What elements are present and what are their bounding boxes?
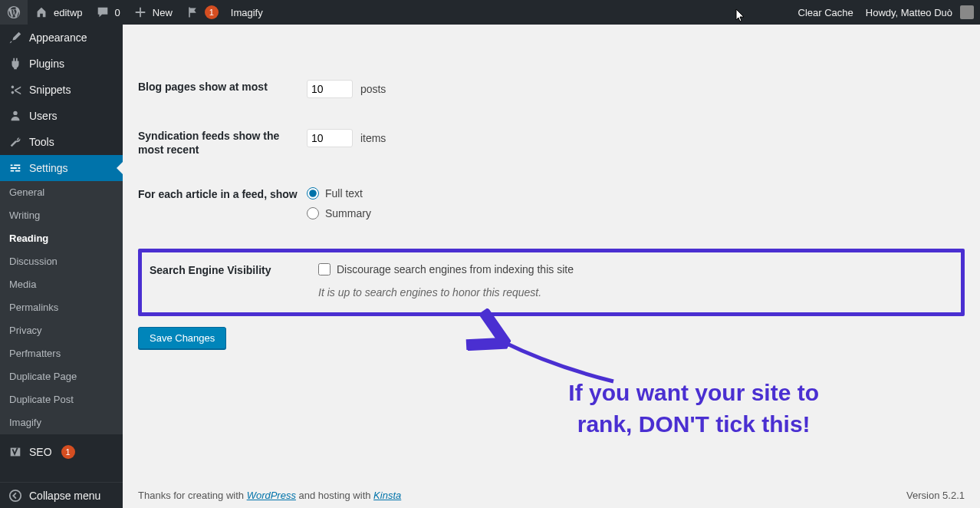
sidebar-item-plugins[interactable]: Plugins	[0, 51, 123, 77]
sidebar-label: Snippets	[29, 84, 71, 96]
submenu-duplicate-page[interactable]: Duplicate Page	[0, 365, 123, 388]
checkbox-discourage-label: Discourage search engines from indexing …	[337, 263, 574, 275]
brush-icon	[8, 30, 23, 45]
save-changes-button[interactable]: Save Changes	[138, 327, 226, 349]
wrench-icon	[8, 134, 23, 150]
comments-count-label: 0	[115, 7, 120, 18]
my-account-link[interactable]: Howdy, Matteo Duò	[860, 0, 980, 25]
submenu-imagify[interactable]: Imagify	[0, 411, 123, 434]
flag-icon	[185, 5, 200, 20]
yoast-icon	[8, 444, 23, 460]
sidebar-item-settings[interactable]: Settings	[0, 155, 123, 181]
checkbox-discourage-wrapper[interactable]: Discourage search engines from indexing …	[318, 263, 953, 275]
site-name-label: editwp	[54, 7, 83, 18]
submenu-discussion[interactable]: Discussion	[0, 250, 123, 273]
label-search-visibility: Search Engine Visibility	[150, 263, 318, 299]
new-content-link[interactable]: New	[127, 0, 179, 25]
svg-point-0	[10, 490, 21, 500]
collapse-icon	[8, 488, 23, 503]
radio-full-text-label: Full text	[325, 187, 363, 200]
suffix-posts: posts	[360, 83, 386, 95]
label-posts-per-page: Blog pages show at most	[138, 80, 307, 98]
input-posts-per-page[interactable]	[307, 80, 353, 98]
notif-count-badge: 1	[205, 5, 219, 19]
footer-mid: and hosting with	[296, 490, 373, 501]
user-icon	[8, 108, 23, 124]
search-visibility-highlight: Search Engine Visibility Discourage sear…	[138, 249, 965, 316]
avatar	[960, 5, 974, 19]
sidebar-item-tools[interactable]: Tools	[0, 129, 123, 155]
clear-cache-label: Clear Cache	[798, 7, 853, 18]
new-label: New	[153, 7, 173, 18]
suffix-items: items	[360, 132, 386, 144]
input-syndication[interactable]	[307, 129, 353, 147]
sidebar-item-snippets[interactable]: Snippets	[0, 77, 123, 103]
wordpress-icon	[6, 5, 21, 20]
annotation-line1: If you want your site to	[568, 378, 819, 409]
mouse-cursor	[735, 8, 746, 25]
submenu-privacy[interactable]: Privacy	[0, 319, 123, 342]
settings-submenu: General Writing Reading Discussion Media…	[0, 181, 123, 434]
home-icon	[34, 5, 49, 20]
sliders-icon	[8, 160, 23, 176]
submenu-reading[interactable]: Reading	[0, 227, 123, 250]
admin-toolbar: editwp 0 New 1 Imagify Clear Cache	[0, 0, 980, 25]
label-syndication: Syndication feeds show the most recent	[138, 129, 307, 157]
sidebar-item-users[interactable]: Users	[0, 103, 123, 129]
imagify-label: Imagify	[231, 7, 263, 18]
footer-kinsta-link[interactable]: Kinsta	[373, 490, 401, 501]
sidebar-label: SEO	[29, 446, 52, 458]
imagify-link[interactable]: Imagify	[225, 0, 269, 25]
submenu-media[interactable]: Media	[0, 273, 123, 296]
submenu-perfmatters[interactable]: Perfmatters	[0, 342, 123, 365]
settings-reading-page: Blog pages show at most posts Syndicatio…	[123, 25, 980, 508]
submenu-permalinks[interactable]: Permalinks	[0, 296, 123, 319]
radio-summary-wrapper[interactable]: Summary	[307, 207, 965, 219]
radio-full-text[interactable]	[307, 187, 319, 200]
annotation-text: If you want your site to rank, DON'T tic…	[568, 378, 819, 440]
footer-version: Version 5.2.1	[906, 490, 965, 501]
comments-link[interactable]: 0	[89, 0, 127, 25]
wp-logo[interactable]	[0, 0, 28, 25]
sidebar-item-seo[interactable]: SEO 1	[0, 439, 123, 465]
collapse-label: Collapse menu	[29, 490, 100, 502]
sidebar-label: Appearance	[29, 31, 87, 44]
sidebar-item-appearance[interactable]: Appearance	[0, 25, 123, 51]
admin-sidebar: Appearance Plugins Snippets Users Tools …	[0, 25, 123, 508]
annotation-line2: rank, DON'T tick this!	[568, 409, 819, 440]
sidebar-label: Users	[29, 110, 58, 122]
notifications-link[interactable]: 1	[179, 0, 225, 25]
row-syndication: Syndication feeds show the most recent i…	[138, 120, 965, 166]
plugin-icon	[8, 56, 23, 71]
collapse-menu[interactable]: Collapse menu	[0, 482, 123, 508]
comment-icon	[95, 5, 110, 20]
sidebar-label: Plugins	[29, 58, 64, 70]
clear-cache-link[interactable]: Clear Cache	[792, 0, 860, 25]
sidebar-label: Settings	[29, 162, 68, 174]
submenu-general[interactable]: General	[0, 181, 123, 204]
visibility-note: It is up to search engines to honor this…	[318, 286, 953, 299]
row-feed-show: For each article in a feed, show Full te…	[138, 178, 965, 236]
site-name-link[interactable]: editwp	[28, 0, 89, 25]
row-posts-per-page: Blog pages show at most posts	[138, 71, 965, 107]
checkbox-discourage[interactable]	[318, 263, 331, 275]
radio-full-text-wrapper[interactable]: Full text	[307, 187, 965, 200]
sidebar-label: Tools	[29, 136, 54, 148]
submenu-writing[interactable]: Writing	[0, 204, 123, 227]
admin-footer: Thanks for creating with WordPress and h…	[123, 482, 980, 508]
scissors-icon	[8, 82, 23, 97]
howdy-label: Howdy, Matteo Duò	[866, 7, 952, 18]
plus-icon	[133, 5, 148, 20]
footer-wordpress-link[interactable]: WordPress	[247, 490, 296, 501]
radio-summary-label: Summary	[325, 207, 371, 219]
submenu-duplicate-post[interactable]: Duplicate Post	[0, 388, 123, 411]
radio-summary[interactable]	[307, 207, 319, 219]
seo-count-badge: 1	[61, 445, 75, 459]
footer-prefix: Thanks for creating with	[138, 490, 247, 501]
label-feed-show: For each article in a feed, show	[138, 187, 307, 227]
footer-thanks: Thanks for creating with WordPress and h…	[138, 490, 401, 501]
